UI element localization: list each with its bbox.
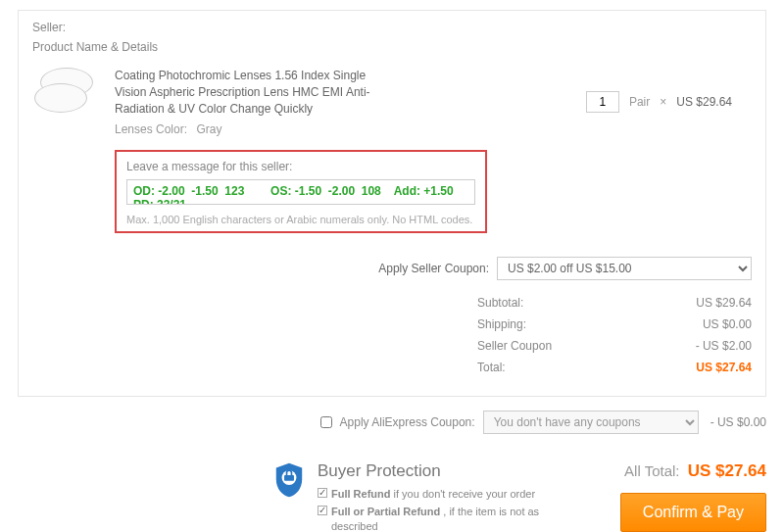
bp-line1-rest: if you don't receive your order <box>391 488 536 500</box>
quantity-input[interactable] <box>586 91 619 113</box>
product-name: Coating Photochromic Lenses 1.56 Index S… <box>115 68 389 117</box>
product-row: Coating Photochromic Lenses 1.56 Index S… <box>32 68 389 136</box>
lens-color-value: Gray <box>196 122 221 136</box>
subtotal-value: US $29.64 <box>696 296 752 310</box>
seller-message-input[interactable] <box>126 179 475 205</box>
message-hint: Max. 1,000 English characters or Arabic … <box>126 214 475 225</box>
unit-label: Pair <box>629 95 650 109</box>
message-label: Leave a message for this seller: <box>126 160 475 173</box>
times-symbol: × <box>660 95 666 109</box>
shipping-label: Shipping: <box>477 317 526 331</box>
check-icon: ✓ <box>318 506 327 515</box>
confirm-pay-button[interactable]: Confirm & Pay <box>620 493 766 532</box>
seller-message-box: Leave a message for this seller: Max. 1,… <box>115 150 487 233</box>
total-value: US $27.64 <box>696 361 752 374</box>
lens-color-label: Lenses Color: <box>115 122 187 136</box>
shield-icon <box>272 461 306 499</box>
check-icon: ✓ <box>318 488 327 498</box>
ali-coupon-label: Apply AliExpress Coupon: <box>340 415 475 429</box>
total-label: Total: <box>477 361 506 374</box>
bp-line2-strong: Full or Partial Refund <box>331 506 440 517</box>
seller-coupon-row-label: Seller Coupon <box>477 339 552 353</box>
seller-coupon-label: Apply Seller Coupon: <box>378 262 489 275</box>
buyer-protection-box: Buyer Protection ✓ Full Refund if you do… <box>272 461 557 532</box>
unit-price: US $29.64 <box>676 95 732 109</box>
seller-label: Seller: <box>32 21 752 34</box>
order-box: Seller: Product Name & Details Coating P… <box>18 10 766 397</box>
svg-rect-1 <box>284 475 294 481</box>
buyer-protection-title: Buyer Protection <box>318 461 557 481</box>
subtotal-label: Subtotal: <box>477 296 523 310</box>
product-thumbnail <box>32 68 99 119</box>
ali-coupon-checkbox[interactable] <box>320 416 332 428</box>
all-total-value: US $27.64 <box>688 461 766 480</box>
product-header: Product Name & Details <box>32 40 752 54</box>
all-total-label: All Total: <box>624 462 679 479</box>
seller-coupon-select[interactable]: US $2.00 off US $15.00 <box>497 257 752 280</box>
ali-coupon-select[interactable]: You don't have any coupons <box>483 411 699 434</box>
qty-price-area: Pair × US $29.64 <box>586 68 752 136</box>
bp-line1-strong: Full Refund <box>331 488 391 500</box>
shipping-value: US $0.00 <box>703 317 752 331</box>
ali-coupon-amount: - US $0.00 <box>710 415 766 429</box>
seller-coupon-value: - US $2.00 <box>696 339 752 353</box>
